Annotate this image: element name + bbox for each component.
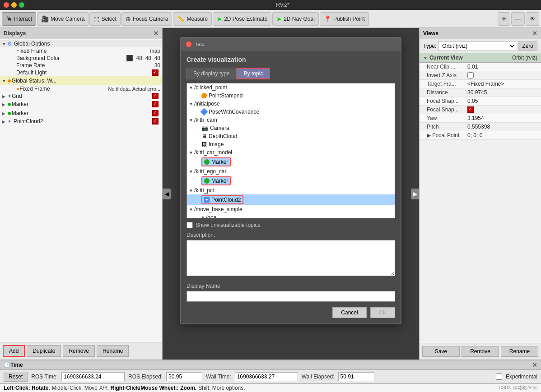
global-status-expand[interactable]: ▼ [2, 78, 6, 83]
marker1-expand[interactable]: ▶ [2, 102, 6, 107]
show-unvis-label: Show unvisualizable topics [196, 222, 260, 228]
left-scroll-btn[interactable]: ◀ [163, 189, 171, 199]
marker1-row[interactable]: ▶ ● Marker [0, 100, 162, 109]
fixed-frame-sub-row[interactable]: ● Fixed Frame No tf data. Actual erro... [0, 85, 162, 92]
views-remove-button[interactable]: Remove [462, 346, 499, 357]
time-reset-button[interactable]: Reset [4, 372, 28, 382]
topic-goal[interactable]: ▼ /goal [187, 213, 395, 218]
kitti-ego-car-expand[interactable]: ▼ [189, 169, 194, 174]
goal-expand[interactable]: ▼ [201, 215, 206, 219]
modal-close-button[interactable] [186, 41, 192, 47]
kitti-car-model-expand[interactable]: ▼ [189, 150, 194, 155]
display-name-label: Display Name [187, 283, 395, 289]
wall-time-input[interactable] [235, 372, 298, 381]
topic-kitti-cam[interactable]: ▼ /kitti_cam [187, 116, 395, 124]
ros-time-input[interactable] [61, 372, 125, 381]
topic-marker-car[interactable]: ▶ Marker [187, 157, 395, 167]
center-viewport[interactable]: rviz Create visualization By display typ… [163, 28, 419, 360]
add-button[interactable]: OKAdd [3, 345, 25, 357]
topic-move-base-simple[interactable]: ▼ /move_base_simple [187, 205, 395, 213]
display-name-input[interactable] [187, 291, 395, 302]
remove-button[interactable]: Remove [63, 345, 95, 357]
rename-button[interactable]: Rename [97, 345, 129, 357]
marker2-expand[interactable]: ▶ [2, 111, 6, 116]
views-close-icon[interactable]: ✕ [532, 30, 537, 37]
current-view-header[interactable]: ▼ Current View Orbit (rviz) [420, 53, 541, 63]
grid-row[interactable]: ▶ ✦ Grid [0, 92, 162, 100]
nav-goal-icon: ➤ [276, 15, 282, 23]
move-base-expand[interactable]: ▼ [189, 207, 194, 212]
eye-button[interactable]: 👁 [526, 12, 539, 26]
background-color-row[interactable]: Background Color 48; 48; 48 [0, 55, 162, 62]
move-camera-button[interactable]: 🎥 Move Camera [37, 12, 89, 26]
marker1-checkbox[interactable] [152, 101, 159, 107]
topic-kitti-car-model[interactable]: ▼ /kitti_car_model [187, 148, 395, 157]
tab-by-display[interactable]: By display type [187, 68, 237, 79]
focal-shape2-checkbox[interactable] [467, 106, 474, 113]
pose-estimate-button[interactable]: ➤ 2D Pose Estimate [213, 12, 271, 26]
ros-elapsed-input[interactable] [166, 372, 202, 381]
ok-button[interactable]: OK [370, 307, 395, 318]
kitti-cam-expand[interactable]: ▼ [189, 118, 194, 123]
views-type-select[interactable]: Orbit (rviz) [438, 41, 516, 51]
topic-kitti-pci[interactable]: ▼ /kitti_pci [187, 186, 395, 194]
invert-z-checkbox[interactable] [467, 72, 474, 78]
nav-goal-button[interactable]: ➤ 2D Nav Goal [272, 12, 319, 26]
description-textarea[interactable] [187, 240, 395, 276]
initialpose-expand[interactable]: ▼ [189, 101, 194, 106]
experimental-checkbox[interactable] [496, 374, 502, 380]
grid-checkbox[interactable] [152, 93, 159, 99]
global-status-row[interactable]: ▼ ● Global Status: W... [0, 76, 162, 85]
show-unvis-checkbox[interactable] [187, 222, 193, 228]
topic-clicked-point[interactable]: ▼ /clicked_point [187, 83, 395, 92]
fixed-frame-row[interactable]: Fixed Frame map [0, 47, 162, 55]
minus-button[interactable]: — [511, 12, 525, 26]
crosshair-button[interactable]: ✛ [498, 12, 510, 26]
topic-pointcloud2[interactable]: ▶ ✦ PointCloud2 [187, 194, 395, 205]
kitti-pci-expand[interactable]: ▼ [189, 188, 194, 193]
interact-button[interactable]: 🖱 Interact [2, 12, 36, 26]
right-scroll-btn[interactable]: ▶ [411, 189, 419, 199]
default-light-checkbox[interactable] [152, 69, 159, 76]
pointcloud2-row[interactable]: ▶ ✦ PointCloud2 [0, 118, 162, 125]
views-rename-button[interactable]: Rename [501, 346, 538, 357]
frame-rate-row[interactable]: Frame Rate 30 [0, 62, 162, 69]
global-options-expand[interactable]: ▼ [2, 42, 6, 46]
focus-camera-button[interactable]: ⊕ Focus Camera [121, 12, 173, 26]
topic-kitti-ego-car[interactable]: ▼ /kitti_ego_car [187, 167, 395, 175]
marker2-checkbox[interactable] [152, 110, 159, 116]
topic-depthcloud[interactable]: ▶ 🖥 DepthCloud [187, 132, 395, 140]
time-close-icon[interactable]: ✕ [532, 361, 537, 369]
topic-initialpose[interactable]: ▼ /initialpose [187, 100, 395, 108]
topic-marker-ego[interactable]: ▶ Marker [187, 175, 395, 186]
views-save-button[interactable]: Save [422, 346, 460, 357]
pointcloud2-checkbox[interactable] [152, 118, 159, 125]
displays-close-icon[interactable]: ✕ [153, 30, 159, 37]
minimize-button[interactable] [11, 2, 17, 8]
duplicate-button[interactable]: Duplicate [27, 345, 61, 357]
current-view-expand[interactable]: ▼ [423, 55, 428, 60]
topic-tree[interactable]: ▼ /clicked_point ▶ PointStamped ▼ /initi… [187, 83, 395, 218]
select-button[interactable]: ⬚ Select [89, 12, 120, 26]
clicked-point-expand[interactable]: ▼ [189, 85, 194, 90]
maximize-button[interactable] [19, 2, 24, 8]
publish-point-button[interactable]: 📍 Publish Point [320, 12, 369, 26]
focal-point-row[interactable]: ▶ Focal Point 0; 0; 0 [420, 131, 541, 140]
views-type-label: Type: [423, 43, 436, 49]
marker2-row[interactable]: ▶ ● Marker [0, 109, 162, 118]
topic-pointstamped[interactable]: ▶ PointStamped [187, 92, 395, 100]
default-light-row[interactable]: Default Light [0, 69, 162, 76]
topic-image[interactable]: ▶ 🖼 Image [187, 140, 395, 148]
near-clip-label: Near Clip ... [427, 64, 467, 70]
pointcloud2-expand[interactable]: ▶ [2, 119, 6, 124]
cancel-button[interactable]: Cancel [332, 307, 366, 318]
close-button[interactable] [4, 2, 9, 8]
topic-camera[interactable]: ▶ 📷 Camera [187, 124, 395, 132]
grid-expand[interactable]: ▶ [2, 94, 6, 99]
wall-elapsed-input[interactable] [338, 372, 374, 381]
tab-by-topic[interactable]: By topic [237, 68, 270, 79]
global-options-row[interactable]: ▼ ⚙ Global Options [0, 40, 162, 47]
views-zero-button[interactable]: Zero [518, 42, 537, 51]
measure-button[interactable]: 📏 Measure [173, 12, 212, 26]
topic-posewithcovariance[interactable]: ▶ PoseWithCovariance [187, 108, 395, 116]
